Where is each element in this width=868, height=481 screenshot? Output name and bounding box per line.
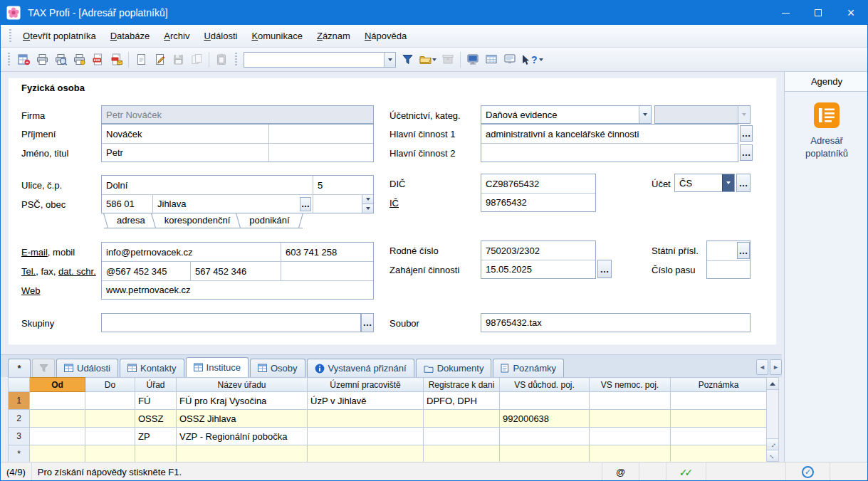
zahajeni-field[interactable]: 15.05.2025 bbox=[481, 260, 595, 278]
grid-cell[interactable]: ÚzP v Jihlavě bbox=[308, 392, 424, 410]
tel-link-label[interactable]: Tel. bbox=[21, 266, 36, 277]
dic-field[interactable]: CZ98765432 bbox=[481, 174, 595, 193]
menu-komunikace[interactable]: Komunikace bbox=[244, 27, 310, 45]
prijmeni-field[interactable]: Nováček bbox=[102, 125, 269, 143]
scroll-first-record-icon[interactable]: ↔ bbox=[767, 438, 778, 450]
tab-kontakty[interactable]: Kontakty bbox=[120, 359, 184, 377]
grid-cell[interactable] bbox=[30, 392, 85, 410]
grid-cell[interactable] bbox=[308, 428, 424, 445]
agenda-label[interactable]: Adresář poplatníků bbox=[795, 134, 859, 159]
form-view-icon[interactable] bbox=[501, 51, 519, 69]
statni-prisl-field[interactable] bbox=[707, 241, 737, 260]
statni-prisl-browse-button[interactable]: … bbox=[737, 242, 750, 259]
ucet-browse-button[interactable]: … bbox=[736, 174, 751, 192]
menu-databaze[interactable]: Databáze bbox=[103, 27, 157, 45]
edit-record-icon[interactable] bbox=[150, 51, 169, 69]
grid-cell[interactable] bbox=[30, 410, 85, 428]
cinnost2-browse-button[interactable]: … bbox=[740, 144, 753, 161]
grid-view-icon[interactable] bbox=[482, 51, 501, 69]
grid-cell[interactable] bbox=[135, 445, 177, 462]
toolbar-grip[interactable] bbox=[235, 53, 237, 67]
obec-extra-field[interactable] bbox=[313, 195, 373, 213]
grid-cell[interactable] bbox=[590, 410, 671, 428]
grid-cell[interactable] bbox=[308, 410, 424, 428]
agendy-header[interactable]: Agendy bbox=[785, 72, 868, 92]
address-book-icon[interactable] bbox=[813, 102, 840, 129]
at-icon[interactable]: @ bbox=[602, 462, 639, 481]
paste-record-icon[interactable] bbox=[212, 51, 231, 69]
grid-cell[interactable] bbox=[500, 392, 590, 410]
filter-records-icon[interactable] bbox=[398, 51, 417, 69]
search-combo[interactable] bbox=[244, 52, 396, 68]
tab-udalosti[interactable]: Události bbox=[56, 359, 118, 377]
agenda-adresar-poplatniku[interactable]: Adresář poplatníků bbox=[785, 102, 868, 159]
grid-cell[interactable] bbox=[85, 428, 135, 445]
mobil-field[interactable]: 603 741 258 bbox=[281, 243, 373, 261]
obec-browse-button[interactable]: … bbox=[300, 197, 311, 211]
grid-cell[interactable] bbox=[30, 428, 85, 445]
rodne-cislo-field[interactable]: 750203/2302 bbox=[481, 241, 595, 260]
menu-archiv[interactable]: Archiv bbox=[157, 27, 197, 45]
col-nazev-uradu[interactable]: Název úřadu bbox=[177, 378, 308, 392]
grid-cell[interactable]: VZP - Regionální pobočka bbox=[177, 428, 308, 445]
cinnost1-field[interactable]: administrativní a kancelářské činnosti bbox=[481, 125, 738, 143]
grid-cell[interactable] bbox=[590, 445, 671, 462]
prijmeni-extra-field[interactable] bbox=[269, 125, 373, 143]
open-taxpayer-icon[interactable] bbox=[14, 51, 33, 69]
grid-cell[interactable]: OSSZ Jihlava bbox=[177, 410, 308, 428]
kategorie-combo[interactable] bbox=[654, 105, 751, 124]
grid-cell[interactable]: FÚ bbox=[135, 392, 177, 410]
grid-cell[interactable] bbox=[590, 428, 671, 445]
sync-status-icon[interactable]: ✓ bbox=[786, 462, 830, 481]
scroll-track[interactable] bbox=[767, 390, 778, 438]
soubor-field[interactable]: 98765432.tax bbox=[481, 313, 751, 332]
email-link-label[interactable]: E-mail bbox=[21, 247, 48, 258]
grid-cell[interactable] bbox=[671, 392, 767, 410]
obec-field[interactable]: Jihlava… bbox=[153, 195, 313, 213]
tab-vystavena-priznani[interactable]: Vystavená přiznání bbox=[307, 359, 414, 377]
row-header[interactable]: 3 bbox=[9, 428, 30, 445]
fax-field[interactable]: 567 452 346 bbox=[191, 262, 281, 280]
tab-korespondencni[interactable]: korespondenční bbox=[152, 213, 244, 228]
grid-cell[interactable] bbox=[85, 410, 135, 428]
grid-cell[interactable] bbox=[424, 428, 500, 445]
skupiny-field[interactable] bbox=[101, 313, 361, 332]
filter-tab[interactable] bbox=[32, 359, 55, 377]
tab-dokumenty[interactable]: Dokumenty bbox=[416, 359, 492, 377]
new-row-tab[interactable]: * bbox=[8, 359, 31, 377]
menu-otevrit-poplatnika[interactable]: Otevřít poplatníka bbox=[16, 27, 103, 45]
spinner-up-button[interactable] bbox=[362, 195, 373, 204]
grid-cell[interactable] bbox=[177, 445, 308, 462]
search-input[interactable] bbox=[244, 53, 384, 67]
ucet-combo[interactable]: ČS bbox=[674, 174, 735, 192]
zahajeni-calendar-button[interactable]: … bbox=[597, 260, 612, 278]
titul-field[interactable] bbox=[269, 144, 373, 162]
grid-cell[interactable] bbox=[424, 410, 500, 428]
tel-field[interactable]: @567 452 345 bbox=[102, 262, 191, 280]
grid-cell[interactable] bbox=[590, 392, 671, 410]
pdf-icon[interactable] bbox=[88, 51, 107, 69]
ulice-field[interactable]: Dolní bbox=[102, 176, 313, 194]
grid-cell[interactable] bbox=[424, 445, 500, 462]
grid-scrollbar[interactable]: ↔ ↔ bbox=[766, 377, 779, 462]
ucet-dropdown-icon[interactable] bbox=[722, 174, 734, 191]
grid-cell[interactable] bbox=[500, 428, 590, 445]
maximize-button[interactable] bbox=[802, 1, 835, 25]
save-record-icon[interactable] bbox=[169, 51, 187, 69]
archive-icon[interactable] bbox=[439, 51, 457, 69]
search-dropdown-icon[interactable] bbox=[384, 53, 395, 67]
grid-cell[interactable]: FÚ pro Kraj Vysočina bbox=[177, 392, 308, 410]
col-urad[interactable]: Úřad bbox=[135, 378, 177, 392]
ic-field[interactable]: 98765432 bbox=[481, 194, 595, 211]
menu-zaznam[interactable]: Záznam bbox=[310, 27, 357, 45]
cislo-popisne-field[interactable]: 5 bbox=[313, 176, 373, 194]
datschr-field[interactable] bbox=[281, 262, 373, 280]
print-preview-icon[interactable] bbox=[51, 51, 70, 69]
grid-cell[interactable] bbox=[671, 410, 767, 428]
firma-field[interactable]: Petr Nováček bbox=[101, 105, 374, 124]
obec-spinner[interactable] bbox=[362, 195, 373, 213]
tab-scroll-right[interactable]: ► bbox=[770, 359, 782, 375]
tab-podnikani[interactable]: podnikání bbox=[236, 213, 302, 228]
close-button[interactable]: × bbox=[835, 1, 867, 25]
col-do[interactable]: Do bbox=[85, 378, 135, 392]
